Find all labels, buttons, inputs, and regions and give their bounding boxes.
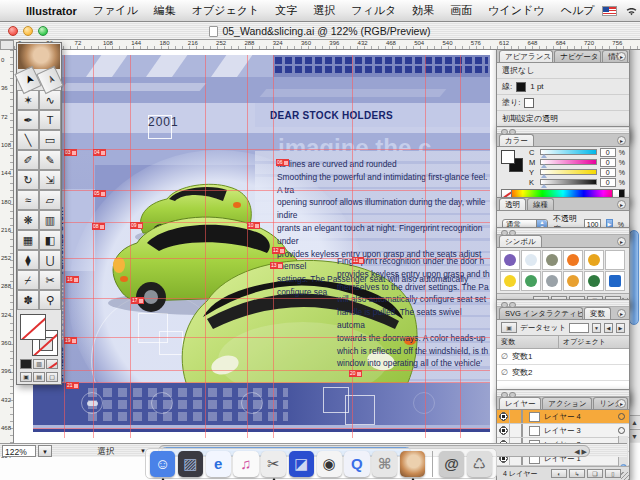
menu-window[interactable]: ウインドウ <box>480 3 552 18</box>
ruler-corner[interactable] <box>0 40 14 50</box>
window-title-bar[interactable]: 05_Wand&slicing.ai @ 122% (RGB/Preview) <box>0 22 640 40</box>
none-button[interactable] <box>46 359 58 369</box>
symbol-blank[interactable] <box>605 250 625 270</box>
pencil-tool[interactable]: ✎ <box>39 150 61 170</box>
free-transform-tool[interactable]: ▱ <box>39 190 61 210</box>
variable-row-2[interactable]: ∅ 変数2 <box>497 365 629 381</box>
zoom-tool[interactable]: ⚲ <box>39 290 61 310</box>
pen-tool[interactable]: ✒ <box>17 110 39 130</box>
symbol-tree[interactable] <box>584 271 604 291</box>
rotate-tool[interactable]: ↻ <box>17 170 39 190</box>
new-layer-button[interactable]: ❏ <box>587 469 603 478</box>
dock-illustrator-venus-icon[interactable] <box>400 451 425 477</box>
dock-image-capture-icon[interactable]: ▨ <box>178 451 203 477</box>
symbol-people[interactable] <box>521 271 541 291</box>
delete-layer-button[interactable]: ▯ <box>605 469 621 478</box>
full-screen-menu-button[interactable]: ▤ <box>33 372 45 382</box>
yellow-slider[interactable] <box>540 169 597 175</box>
symbol-wheelchair[interactable] <box>605 271 625 291</box>
layer-row-4[interactable]: レイヤー 4 <box>497 410 629 424</box>
dock-trash-icon[interactable]: ♺ <box>467 451 492 477</box>
yellow-value-field[interactable]: 0 <box>600 168 616 177</box>
gradient-tool[interactable]: ◧ <box>39 230 61 250</box>
menu-help[interactable]: ヘルプ <box>553 3 603 18</box>
menu-illustrator[interactable]: Illustrator <box>18 5 85 17</box>
horizontal-scroll-arrows[interactable]: ◀ ▶ <box>574 448 587 456</box>
tab-actions[interactable]: アクション <box>542 397 592 409</box>
palette-title-bar[interactable] <box>497 390 629 397</box>
palette-menu-button[interactable]: ▸ <box>617 52 626 61</box>
dock-finder-icon[interactable]: ☺ <box>150 451 175 477</box>
tab-transparency[interactable]: 透明 <box>499 198 526 210</box>
magenta-slider-row[interactable]: M 0 % <box>525 157 629 167</box>
variable-row-1[interactable]: ∅ 変数1 <box>497 349 629 365</box>
black-slider-row[interactable]: K 0 % <box>525 177 629 187</box>
dock-internet-explorer-icon[interactable]: e <box>206 451 231 477</box>
dataset-field[interactable] <box>569 323 589 333</box>
gradient-button[interactable]: ▥ <box>33 359 45 369</box>
dock-system-preferences-icon[interactable]: ⌘ <box>372 451 397 477</box>
color-fill-stroke[interactable] <box>501 150 523 172</box>
black-value-field[interactable]: 0 <box>600 178 616 187</box>
symbol-fire[interactable] <box>563 250 583 270</box>
menu-object[interactable]: オブジェクト <box>184 3 268 18</box>
symbol-globe[interactable] <box>563 271 583 291</box>
next-dataset-button[interactable]: ▶ <box>616 323 625 333</box>
menu-view[interactable]: 画面 <box>442 3 480 18</box>
wifi-icon[interactable] <box>624 5 639 17</box>
horizontal-ruler[interactable]: 0367210814418021625228832436039643246850… <box>14 40 640 50</box>
magic-wand-tool[interactable]: ✶ <box>17 90 39 110</box>
cyan-slider[interactable] <box>540 149 597 155</box>
menu-filter[interactable]: フィルタ <box>343 3 404 18</box>
dock-mail-stamp-icon[interactable]: @ <box>439 451 464 477</box>
warp-tool[interactable]: ≈ <box>17 190 39 210</box>
palette-title-bar[interactable] <box>497 127 629 134</box>
symbol-cloud[interactable] <box>542 271 562 291</box>
symbol-leaf[interactable] <box>542 250 562 270</box>
make-clipping-mask-button[interactable]: ◐ <box>551 469 567 478</box>
menu-select[interactable]: 選択 <box>305 3 343 18</box>
scale-tool[interactable]: ⇲ <box>39 170 61 190</box>
fill-swatch[interactable] <box>20 314 46 340</box>
yellow-slider-row[interactable]: Y 0 % <box>525 167 629 177</box>
line-tool[interactable]: ╲ <box>17 130 39 150</box>
appearance-default-transparency-row[interactable]: 初期設定の透明 <box>497 111 629 127</box>
tab-variables[interactable]: 変数 <box>584 307 611 319</box>
magenta-slider[interactable] <box>540 159 597 165</box>
new-sublayer-button[interactable]: ↳ <box>569 469 585 478</box>
palette-title-bar[interactable] <box>497 228 629 235</box>
mesh-tool[interactable]: ▦ <box>17 230 39 250</box>
input-language-flag-icon[interactable] <box>602 6 617 16</box>
tab-appearance[interactable]: アピアランス <box>499 50 553 62</box>
dock-sherlock-icon[interactable]: ◉ <box>317 451 342 477</box>
appearance-no-selection-row[interactable]: 選択なし <box>497 63 629 79</box>
tab-symbols[interactable]: シンボル <box>499 235 542 247</box>
symbol-light-bulb[interactable] <box>500 271 520 291</box>
menu-effect[interactable]: 効果 <box>404 3 442 18</box>
menu-type[interactable]: 文字 <box>267 3 305 18</box>
tab-navigator[interactable]: ナビゲータ <box>554 50 601 62</box>
cyan-value-field[interactable]: 0 <box>600 148 616 157</box>
dataset-icon[interactable]: ▣ <box>501 322 517 333</box>
visibility-toggle[interactable] <box>497 410 510 423</box>
dataset-dropdown[interactable]: ▼ <box>592 323 601 333</box>
graph-tool[interactable]: ▥ <box>39 210 61 230</box>
paint-bucket-tool[interactable]: ⋃ <box>39 250 61 270</box>
scissors-tool[interactable]: ✂ <box>39 270 61 290</box>
symbols-palette[interactable]: シンボル ▸ ↘ ⟳ ⇄ ❏ ▯ <box>496 227 630 307</box>
color-button[interactable] <box>20 359 32 369</box>
prev-dataset-button[interactable]: ◀ <box>604 323 613 333</box>
cyan-slider-row[interactable]: C 0 % <box>525 147 629 157</box>
appearance-fill-row[interactable]: 塗り: <box>497 95 629 111</box>
visibility-toggle[interactable] <box>497 424 510 437</box>
tab-svg-interactivity[interactable]: SVG インタラクティビティ <box>499 307 583 319</box>
type-tool[interactable]: T <box>39 110 61 130</box>
paintbrush-tool[interactable]: ✐ <box>17 150 39 170</box>
dock-quicktime-icon[interactable]: Q <box>344 451 369 477</box>
symbol-moon[interactable] <box>521 250 541 270</box>
layers-palette[interactable]: レイヤー アクション リンク ▸ レイヤー 4 レイヤー 3 <box>496 389 630 480</box>
vertical-ruler[interactable]: 0367210814418021625228832436039643246850… <box>0 50 14 457</box>
menu-file[interactable]: ファイル <box>85 3 146 18</box>
slice-tool[interactable]: ⌿ <box>17 270 39 290</box>
magenta-value-field[interactable]: 0 <box>600 158 616 167</box>
